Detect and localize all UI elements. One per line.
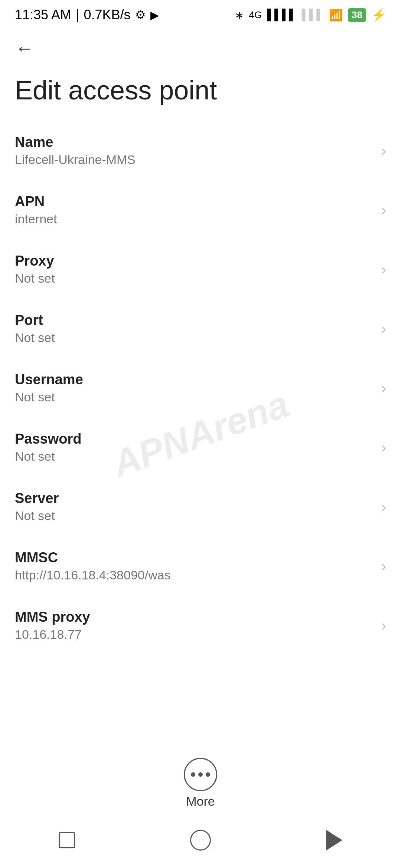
- settings-list: Name Lifecell-Ukraine-MMS › APN internet…: [0, 121, 401, 655]
- settings-item-content: Proxy Not set: [15, 253, 374, 286]
- settings-item-value: http://10.16.18.4:38090/was: [15, 568, 374, 582]
- bluetooth-icon: ∗: [235, 9, 244, 22]
- settings-item-label: Name: [15, 134, 374, 150]
- settings-item[interactable]: APN internet ›: [0, 180, 401, 240]
- back-arrow-icon: ←: [15, 37, 34, 59]
- settings-item-content: MMS proxy 10.16.18.77: [15, 609, 374, 642]
- settings-item-value: Lifecell-Ukraine-MMS: [15, 152, 374, 167]
- network-speed-value: 0.7KB/s: [84, 7, 130, 23]
- status-right: ∗ 4G ▌▌▌▌ ▌▌▌ 📶 38 ⚡: [235, 8, 386, 22]
- more-section[interactable]: More: [184, 758, 217, 809]
- settings-item-value: 10.16.18.77: [15, 627, 374, 642]
- chevron-right-icon: ›: [381, 617, 386, 634]
- settings-item-label: APN: [15, 194, 374, 210]
- settings-item[interactable]: Name Lifecell-Ukraine-MMS ›: [0, 121, 401, 180]
- status-left: 11:35 AM | 0.7KB/s ⚙ ▶: [15, 7, 159, 23]
- settings-item[interactable]: Server Not set ›: [0, 477, 401, 536]
- settings-item-value: Not set: [15, 331, 374, 345]
- chevron-right-icon: ›: [381, 439, 386, 456]
- chevron-right-icon: ›: [381, 261, 386, 278]
- charging-icon: ⚡: [371, 8, 386, 22]
- settings-item-content: Username Not set: [15, 372, 374, 404]
- signal-4g-icon: 4G: [249, 9, 262, 21]
- battery-indicator: 38: [348, 8, 366, 22]
- wifi-icon: 📶: [329, 9, 343, 22]
- settings-item-label: Server: [15, 490, 374, 506]
- settings-item-value: internet: [15, 212, 374, 226]
- recents-icon: [59, 832, 75, 848]
- page-title: Edit access point: [0, 67, 401, 121]
- network-speed: |: [76, 7, 79, 23]
- settings-item-value: Not set: [15, 271, 374, 286]
- back-icon: [326, 830, 342, 851]
- settings-item[interactable]: MMS proxy 10.16.18.77 ›: [0, 596, 401, 655]
- settings-item-content: Port Not set: [15, 312, 374, 345]
- settings-item-value: Not set: [15, 390, 374, 404]
- settings-item-content: APN internet: [15, 194, 374, 226]
- settings-item-label: MMS proxy: [15, 609, 374, 625]
- signal-bars-icon: ▌▌▌▌: [267, 9, 296, 21]
- signal-bars2-icon: ▌▌▌: [302, 9, 324, 21]
- settings-item-content: MMSC http://10.16.18.4:38090/was: [15, 550, 374, 582]
- more-label: More: [186, 794, 215, 809]
- settings-item-label: Proxy: [15, 253, 374, 269]
- dot2: [198, 772, 203, 777]
- settings-item[interactable]: Password Not set ›: [0, 418, 401, 477]
- settings-item[interactable]: MMSC http://10.16.18.4:38090/was ›: [0, 536, 401, 596]
- dot3: [206, 772, 210, 777]
- more-dots-icon: [191, 772, 210, 777]
- chevron-right-icon: ›: [381, 202, 386, 218]
- dot1: [191, 772, 195, 777]
- toolbar: ←: [0, 30, 401, 67]
- settings-item-label: Password: [15, 431, 374, 447]
- settings-item-label: Username: [15, 372, 374, 388]
- settings-item-label: Port: [15, 312, 374, 328]
- nav-recents-button[interactable]: [52, 825, 82, 855]
- chevron-right-icon: ›: [381, 558, 386, 575]
- status-bar: 11:35 AM | 0.7KB/s ⚙ ▶ ∗ 4G ▌▌▌▌ ▌▌▌ 📶 3…: [0, 0, 401, 30]
- settings-item-value: Not set: [15, 449, 374, 464]
- video-icon: ▶: [150, 9, 159, 22]
- chevron-right-icon: ›: [381, 380, 386, 397]
- chevron-right-icon: ›: [381, 142, 386, 159]
- chevron-right-icon: ›: [381, 320, 386, 337]
- settings-item-value: Not set: [15, 509, 374, 523]
- settings-item[interactable]: Proxy Not set ›: [0, 240, 401, 299]
- settings-item-label: MMSC: [15, 550, 374, 566]
- back-button[interactable]: ←: [13, 37, 36, 59]
- navigation-bar: [0, 820, 401, 868]
- battery-percent: 38: [352, 9, 362, 21]
- settings-icon: ⚙: [135, 8, 146, 22]
- nav-back-button[interactable]: [319, 825, 349, 855]
- nav-home-button[interactable]: [186, 825, 215, 855]
- more-circle-button[interactable]: [184, 758, 217, 791]
- home-icon: [190, 830, 211, 851]
- time-display: 11:35 AM: [15, 7, 71, 23]
- settings-item-content: Name Lifecell-Ukraine-MMS: [15, 134, 374, 167]
- settings-item[interactable]: Username Not set ›: [0, 358, 401, 418]
- settings-item-content: Password Not set: [15, 431, 374, 464]
- settings-item-content: Server Not set: [15, 490, 374, 523]
- chevron-right-icon: ›: [381, 499, 386, 515]
- settings-item[interactable]: Port Not set ›: [0, 299, 401, 358]
